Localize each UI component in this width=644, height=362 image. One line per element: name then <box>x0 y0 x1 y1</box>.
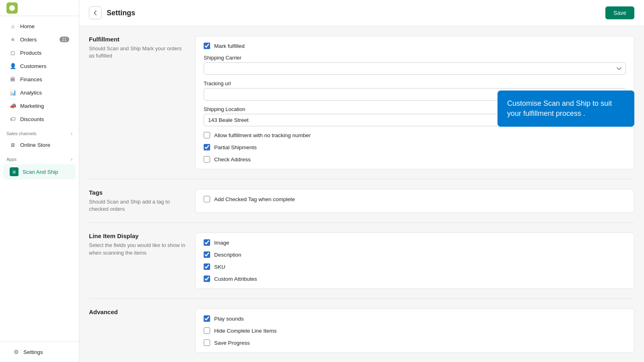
sidebar-item-online-store[interactable]: 🖥 Online Store <box>3 138 76 151</box>
back-button[interactable] <box>89 6 102 19</box>
finances-icon: 🏛 <box>10 76 16 82</box>
sidebar-item-settings[interactable]: ⚙ Settings <box>6 346 72 358</box>
sidebar-item-customers-label: Customers <box>20 63 46 69</box>
apps-section: Apps › <box>0 152 79 164</box>
fulfillment-description: Should Scan and Ship Mark your orders as… <box>89 45 186 60</box>
mark-fulfilled-checkbox[interactable] <box>204 43 210 49</box>
play-sounds-row: Play sounds <box>204 315 626 322</box>
sidebar-item-orders[interactable]: ≡ Orders 21 <box>3 33 76 46</box>
marketing-icon: 📣 <box>10 103 16 109</box>
sidebar-item-online-store-label: Online Store <box>20 142 50 148</box>
discounts-icon: 🏷 <box>10 116 16 122</box>
custom-attributes-checkbox[interactable] <box>204 276 210 282</box>
page-header: Settings Save <box>79 0 644 26</box>
fulfillment-heading: Fulfillment <box>89 36 186 43</box>
sidebar-item-scan-and-ship[interactable]: ⊞ Scan And Ship <box>3 164 76 179</box>
sidebar-nav: ⌂ Home ≡ Orders 21 ◻ Products 👤 Customer… <box>0 16 79 341</box>
shipping-carrier-field: Shipping Carrier <box>204 55 626 75</box>
sidebar-item-home-label: Home <box>20 23 35 29</box>
orders-badge: 21 <box>60 37 69 42</box>
hide-complete-checkbox[interactable] <box>204 327 210 334</box>
add-tag-checkbox[interactable] <box>204 196 210 202</box>
sidebar-item-home[interactable]: ⌂ Home <box>3 20 76 33</box>
page-title: Settings <box>107 9 135 17</box>
no-tracking-row: Allow fulfillment with no tracking numbe… <box>204 132 626 138</box>
sidebar-item-customers[interactable]: 👤 Customers <box>3 60 76 72</box>
main-content: Settings Save Fulfillment Should Scan an… <box>79 0 644 362</box>
save-progress-row: Save Progress <box>204 339 626 346</box>
sku-label: SKU <box>214 264 225 270</box>
play-sounds-label: Play sounds <box>214 316 244 322</box>
orders-icon: ≡ <box>10 36 16 43</box>
image-checkbox[interactable] <box>204 239 210 246</box>
sales-channels-section: Sales channels › <box>0 126 79 138</box>
partial-shipments-label: Partial Shipments <box>214 144 257 150</box>
shipping-carrier-select[interactable] <box>204 62 626 75</box>
advanced-section: Advanced Play sounds Hide Complete Line … <box>89 309 634 362</box>
image-row: Image <box>204 239 626 246</box>
sidebar-item-finances-label: Finances <box>20 76 42 82</box>
tracking-url-label: Tracking url <box>204 80 626 86</box>
add-tag-label: Add Checked Tag when complete <box>214 196 295 202</box>
sidebar-item-products[interactable]: ◻ Products <box>3 46 76 59</box>
tags-heading: Tags <box>89 189 186 196</box>
sidebar-item-analytics[interactable]: 📊 Analytics <box>3 86 76 99</box>
sidebar-logo <box>0 0 79 16</box>
home-icon: ⌂ <box>10 23 16 29</box>
sidebar-item-marketing-label: Marketing <box>20 103 44 109</box>
play-sounds-checkbox[interactable] <box>204 315 210 322</box>
mark-fulfilled-row: Mark fulfilled <box>204 43 626 49</box>
tags-description: Should Scan and Ship add a tag to checke… <box>89 198 186 213</box>
check-address-label: Check Address <box>214 156 251 162</box>
tags-card: Add Checked Tag when complete <box>195 189 634 213</box>
partial-shipments-checkbox[interactable] <box>204 144 210 150</box>
back-arrow-icon <box>92 10 99 16</box>
line-item-section-left: Line Item Display Select the fields you … <box>89 232 186 289</box>
no-tracking-label: Allow fulfillment with no tracking numbe… <box>214 132 311 138</box>
check-address-checkbox[interactable] <box>204 156 210 162</box>
description-label: Description <box>214 252 242 258</box>
save-progress-label: Save Progress <box>214 340 250 346</box>
sidebar-item-settings-label: Settings <box>23 349 43 355</box>
tags-section: Tags Should Scan and Ship add a tag to c… <box>89 189 634 223</box>
custom-attributes-label: Custom Attributes <box>214 276 257 282</box>
sku-row: SKU <box>204 263 626 270</box>
custom-attributes-row: Custom Attributes <box>204 276 626 282</box>
description-checkbox[interactable] <box>204 251 210 258</box>
image-label: Image <box>214 240 229 246</box>
save-button[interactable]: Save <box>605 6 634 19</box>
callout-text: Customise Scan and Ship to suit your ful… <box>507 99 612 117</box>
line-item-card: Image Description SKU Custom Attributes <box>195 232 634 289</box>
advanced-section-left: Advanced <box>89 309 186 353</box>
callout-tooltip: Customise Scan and Ship to suit your ful… <box>497 90 634 127</box>
products-icon: ◻ <box>10 49 16 56</box>
scan-and-ship-icon: ⊞ <box>10 167 19 176</box>
advanced-card: Play sounds Hide Complete Line Items Sav… <box>195 309 634 353</box>
sidebar-item-products-label: Products <box>20 50 41 56</box>
no-tracking-checkbox[interactable] <box>204 132 210 138</box>
sales-channels-chevron: › <box>71 131 72 136</box>
analytics-icon: 📊 <box>10 89 16 96</box>
sidebar-item-discounts[interactable]: 🏷 Discounts <box>3 113 76 125</box>
add-tag-row: Add Checked Tag when complete <box>204 196 626 202</box>
hide-complete-label: Hide Complete Line Items <box>214 328 277 334</box>
sidebar-bottom: ⚙ Settings <box>0 341 79 362</box>
mark-fulfilled-label: Mark fulfilled <box>214 43 245 49</box>
sidebar-item-marketing[interactable]: 📣 Marketing <box>3 99 76 112</box>
sidebar-item-analytics-label: Analytics <box>20 90 42 96</box>
settings-content: Fulfillment Should Scan and Ship Mark yo… <box>79 26 644 362</box>
hide-complete-row: Hide Complete Line Items <box>204 327 626 334</box>
tags-section-left: Tags Should Scan and Ship add a tag to c… <box>89 189 186 213</box>
line-item-description: Select the fields you would like to show… <box>89 242 186 256</box>
line-item-heading: Line Item Display <box>89 232 186 239</box>
sidebar-item-finances[interactable]: 🏛 Finances <box>3 73 76 86</box>
save-progress-checkbox[interactable] <box>204 339 210 346</box>
shipping-carrier-label: Shipping Carrier <box>204 55 626 61</box>
page-header-left: Settings <box>89 6 135 19</box>
line-item-section: Line Item Display Select the fields you … <box>89 232 634 299</box>
description-row: Description <box>204 251 626 258</box>
advanced-heading: Advanced <box>89 309 186 315</box>
customers-icon: 👤 <box>10 63 16 69</box>
sku-checkbox[interactable] <box>204 263 210 270</box>
sidebar-item-discounts-label: Discounts <box>20 116 44 122</box>
